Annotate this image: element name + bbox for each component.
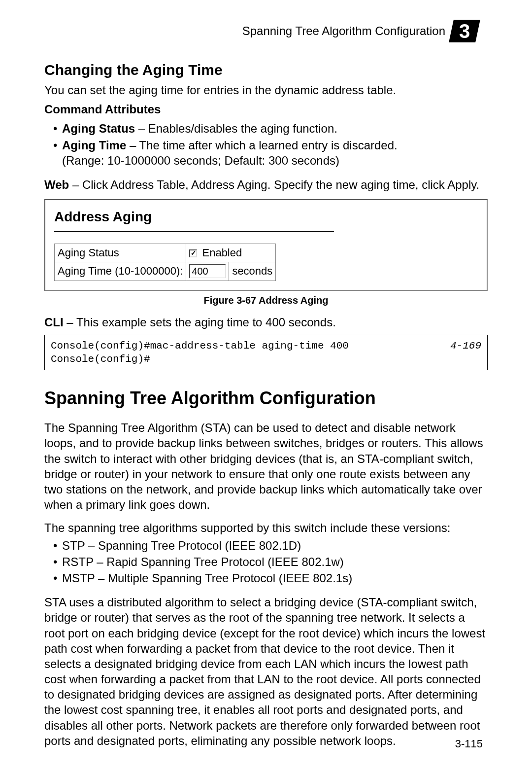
- list-item: STP – Spanning Tree Protocol (IEEE 802.1…: [53, 538, 488, 553]
- aging-time-label: Aging Time (10-1000000):: [55, 262, 186, 281]
- figure-caption: Figure 3-67 Address Aging: [44, 294, 488, 307]
- sta-paragraph-2: The spanning tree algorithms supported b…: [44, 520, 488, 535]
- web-label: Web: [44, 178, 69, 191]
- web-text: – Click Address Table, Address Aging. Sp…: [69, 178, 479, 191]
- list-item: Aging Time – The time after which a lear…: [53, 138, 488, 168]
- aging-status-cell: Enabled: [186, 244, 276, 262]
- attr-desc: – Enables/disables the aging function.: [135, 122, 337, 135]
- aging-time-input-cell: [186, 262, 229, 281]
- page-reference: 4-169: [450, 339, 481, 352]
- attr-range: (Range: 10-1000000 seconds; Default: 300…: [62, 154, 339, 167]
- list-item: Aging Status – Enables/disables the agin…: [53, 121, 488, 136]
- sta-paragraph-3: STA uses a distributed algorithm to sele…: [44, 595, 488, 748]
- chapter-badge: 3: [449, 20, 480, 42]
- table-row: Aging Time (10-1000000): seconds: [55, 262, 276, 281]
- section-heading-sta: Spanning Tree Algorithm Configuration: [44, 387, 488, 410]
- cli-instruction: CLI – This example sets the aging time t…: [44, 315, 488, 330]
- console-text: Console(config)#mac-address-table aging-…: [51, 339, 349, 366]
- attr-desc: – The time after which a learned entry i…: [126, 139, 398, 152]
- aging-time-input[interactable]: [189, 264, 226, 278]
- enabled-label: Enabled: [199, 246, 242, 259]
- aging-time-unit: seconds: [229, 262, 276, 281]
- page-number: 3-115: [455, 737, 483, 751]
- attr-name: Aging Time: [62, 139, 126, 152]
- page-header: Spanning Tree Algorithm Configuration 3: [44, 20, 488, 42]
- header-title: Spanning Tree Algorithm Configuration: [242, 23, 445, 38]
- table-row: Aging Status Enabled: [55, 244, 276, 262]
- aging-form-table: Aging Status Enabled Aging Time (10-1000…: [54, 244, 276, 281]
- attr-name: Aging Status: [62, 122, 135, 135]
- address-aging-panel: Address Aging Aging Status Enabled Aging…: [44, 199, 488, 291]
- panel-title: Address Aging: [54, 208, 334, 231]
- cli-text: – This example sets the aging time to 40…: [64, 316, 336, 329]
- list-item: RSTP – Rapid Spanning Tree Protocol (IEE…: [53, 554, 488, 569]
- enabled-checkbox[interactable]: [189, 249, 197, 257]
- chapter-number: 3: [459, 18, 470, 44]
- aging-status-label: Aging Status: [55, 244, 186, 262]
- cli-label: CLI: [44, 316, 64, 329]
- sta-versions-list: STP – Spanning Tree Protocol (IEEE 802.1…: [44, 538, 488, 586]
- section-intro: You can set the aging time for entries i…: [44, 82, 488, 98]
- section-heading-aging: Changing the Aging Time: [44, 60, 488, 79]
- command-attributes-title: Command Attributes: [44, 102, 488, 117]
- console-output: Console(config)#mac-address-table aging-…: [44, 335, 488, 371]
- web-instruction: Web – Click Address Table, Address Aging…: [44, 177, 488, 192]
- sta-paragraph-1: The Spanning Tree Algorithm (STA) can be…: [44, 420, 488, 512]
- command-attributes-list: Aging Status – Enables/disables the agin…: [44, 121, 488, 168]
- list-item: MSTP – Multiple Spanning Tree Protocol (…: [53, 570, 488, 586]
